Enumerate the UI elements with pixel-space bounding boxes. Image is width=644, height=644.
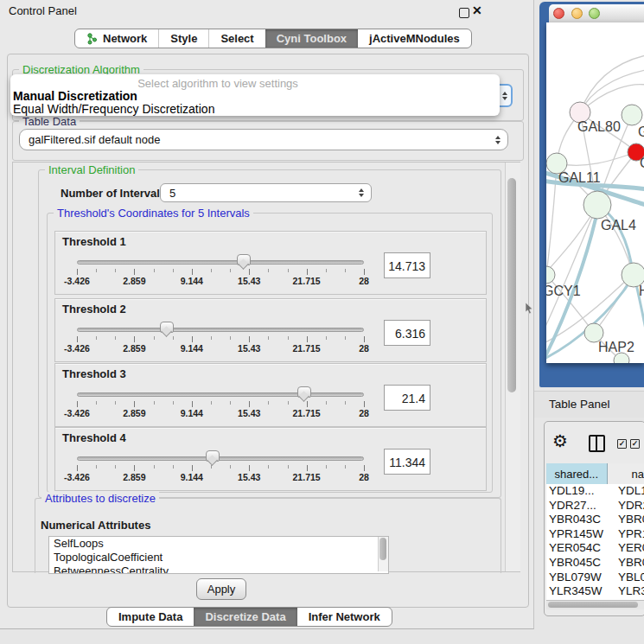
network-node[interactable] xyxy=(546,266,555,284)
cell-name[interactable]: YBR0 xyxy=(617,513,644,527)
attribute-item[interactable]: TopologicalCoefficient xyxy=(49,551,388,564)
threshold-box: Threshold 3-3.4262.8599.14415.4321.71528… xyxy=(54,363,487,427)
table-row[interactable]: YBL079WYBL0 xyxy=(546,571,644,585)
tab-infer-network[interactable]: Infer Network xyxy=(297,608,392,626)
network-node[interactable] xyxy=(622,105,642,125)
slider-track[interactable] xyxy=(77,456,364,461)
tick-label: 28 xyxy=(338,276,390,286)
table-row[interactable]: YDR27...YDR2 xyxy=(546,499,644,513)
cell-shared-name[interactable]: YPR145W xyxy=(546,527,617,542)
threshold-value-field[interactable]: 21.4 xyxy=(384,385,430,411)
slider-track[interactable] xyxy=(77,392,364,397)
table-row[interactable]: YPR145WYPR1 xyxy=(546,527,644,542)
tab-style[interactable]: Style xyxy=(158,29,208,48)
settings-scrollbar-thumb[interactable] xyxy=(507,178,516,392)
float-window-icon[interactable] xyxy=(459,8,469,18)
stepper-arrows-icon xyxy=(359,186,364,200)
slider-tick xyxy=(77,269,78,275)
network-view-window[interactable]: GAL80 G GAL11 C GAL4 GCY1 H HAP2 xyxy=(539,2,644,387)
close-window-icon[interactable]: ✕ xyxy=(472,3,482,17)
tick-label: 21.715 xyxy=(281,408,333,418)
cell-shared-name[interactable]: YDL19... xyxy=(546,484,617,499)
numerical-attributes-list[interactable]: SelfLoopsTopologicalCoefficientBetweenne… xyxy=(48,536,389,574)
number-of-intervals-combobox[interactable]: 5 xyxy=(160,183,372,202)
network-canvas[interactable]: GAL80 G GAL11 C GAL4 GCY1 H HAP2 xyxy=(546,22,644,363)
cell-name[interactable]: YDR2 xyxy=(617,499,644,513)
slider-thumb[interactable] xyxy=(206,450,220,462)
threshold-value-field[interactable]: 14.713 xyxy=(384,252,430,278)
cell-shared-name[interactable]: YER054C xyxy=(546,541,617,556)
slider-thumb[interactable] xyxy=(237,254,251,265)
cell-shared-name[interactable]: YBR045C xyxy=(546,556,617,571)
table-hscrollbar-thumb[interactable] xyxy=(548,602,638,608)
slider-tick xyxy=(364,269,365,275)
slider-tick xyxy=(173,465,174,469)
cell-shared-name[interactable]: YDR27... xyxy=(546,499,617,513)
slider-track[interactable] xyxy=(77,328,364,332)
tab-discretize-data[interactable]: Discretize Data xyxy=(194,608,296,626)
slider-tick xyxy=(134,269,135,275)
minimize-traffic-light-icon[interactable] xyxy=(571,8,583,19)
table-row[interactable]: YLR345WYLR3 xyxy=(546,584,644,599)
cell-name[interactable]: YLR3 xyxy=(617,584,644,599)
cell-name[interactable]: YBL0 xyxy=(617,571,644,585)
slider-tick xyxy=(268,401,269,405)
cell-shared-name[interactable]: YLR345W xyxy=(546,584,617,599)
slider-tick xyxy=(96,465,97,469)
column-header-name[interactable]: na xyxy=(608,463,644,484)
slider-tick xyxy=(288,465,289,469)
table-data-combobox[interactable]: galFiltered.sif default node xyxy=(19,129,508,150)
table-hscrollbar-track[interactable] xyxy=(546,600,644,609)
cell-name[interactable]: YBR0 xyxy=(617,556,644,571)
algorithm-placeholder: Select algorithm to view settings xyxy=(10,77,425,90)
screenshot-stage: Control Panel ✕ Network Style Select Cyn… xyxy=(0,0,644,644)
cell-name[interactable]: YDL1 xyxy=(617,484,644,499)
table-row[interactable]: YBR045CYBR0 xyxy=(546,556,644,571)
tab-select-label: Select xyxy=(220,32,253,45)
cell-shared-name[interactable]: YBR043C xyxy=(546,513,617,527)
column-layout-icon[interactable] xyxy=(589,435,605,452)
slider-tick xyxy=(364,336,365,342)
slider-tick xyxy=(230,401,231,405)
tick-label: 2.859 xyxy=(108,343,160,354)
network-node[interactable] xyxy=(583,191,611,219)
node-label-gal4: GAL4 xyxy=(601,218,636,233)
threshold-box: Threshold 2-3.4262.8599.14415.4321.71528… xyxy=(54,298,487,362)
tab-network[interactable]: Network xyxy=(75,29,158,48)
table-row[interactable]: YDL19...YDL1 xyxy=(546,484,644,499)
algorithm-option-manual[interactable]: Manual Discretization xyxy=(13,89,137,103)
slider-tick xyxy=(288,269,289,272)
close-traffic-light-icon[interactable] xyxy=(553,8,564,19)
threshold-value-field[interactable]: 6.316 xyxy=(384,320,430,346)
network-window-titlebar xyxy=(549,4,644,23)
table-row[interactable]: YBR043CYBR0 xyxy=(546,513,644,527)
threshold-value-field[interactable]: 11.344 xyxy=(384,449,430,475)
gear-icon[interactable]: ⚙ xyxy=(552,432,568,450)
cell-name[interactable]: YER0 xyxy=(617,541,644,556)
slider-thumb[interactable] xyxy=(160,322,174,333)
checkbox-icon[interactable]: ✓ xyxy=(617,439,627,449)
attribute-item[interactable]: BetweennessCentrality xyxy=(49,564,388,574)
attribute-item[interactable]: SelfLoops xyxy=(49,537,388,551)
tab-cyni-toolbox-label: Cyni Toolbox xyxy=(277,32,347,45)
cell-name[interactable]: YPR1 xyxy=(617,527,644,542)
slider-track[interactable] xyxy=(77,260,364,265)
tab-jactivemnodules[interactable]: jActiveMNodules xyxy=(358,29,471,48)
checkbox-icon[interactable]: ✓ xyxy=(630,439,640,449)
algorithm-option-equal-width[interactable]: Equal Width/Frequency Discretization xyxy=(13,102,214,116)
attributes-scrollbar-thumb[interactable] xyxy=(379,538,386,560)
slider-tick xyxy=(326,401,327,405)
tab-impute-data-label: Impute Data xyxy=(118,610,182,623)
slider-thumb[interactable] xyxy=(297,386,311,398)
slider-tick xyxy=(192,336,193,342)
zoom-traffic-light-icon[interactable] xyxy=(589,8,600,19)
tab-cyni-toolbox[interactable]: Cyni Toolbox xyxy=(265,29,358,48)
tab-select[interactable]: Select xyxy=(208,29,265,48)
slider-tick xyxy=(268,269,269,272)
tab-impute-data[interactable]: Impute Data xyxy=(107,608,194,626)
column-header-shared-name[interactable]: shared... xyxy=(546,463,608,484)
cell-shared-name[interactable]: YBL079W xyxy=(546,571,617,585)
table-row[interactable]: YER054CYER0 xyxy=(546,541,644,556)
apply-button[interactable]: Apply xyxy=(196,578,246,600)
slider-tick xyxy=(307,401,308,407)
